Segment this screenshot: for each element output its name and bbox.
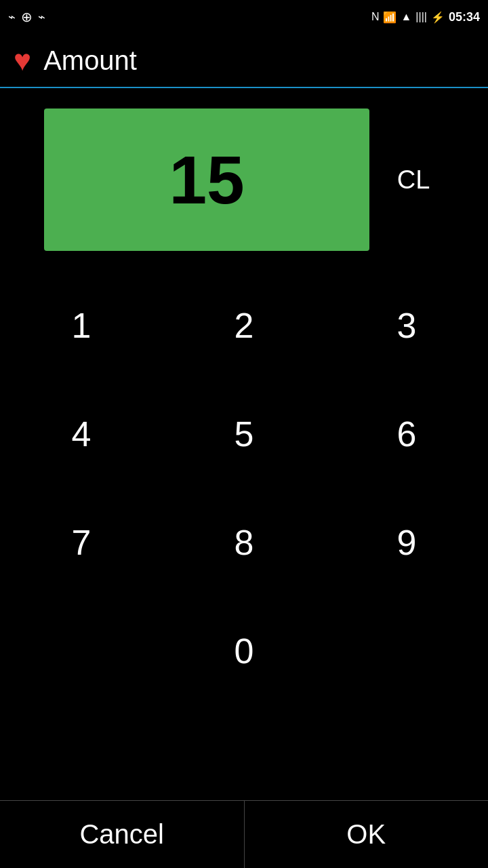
key-1[interactable]: 1 (0, 271, 163, 380)
key-6[interactable]: 6 (325, 380, 488, 488)
android-icon: ⊕ (21, 9, 33, 25)
key-7[interactable]: 7 (0, 488, 163, 597)
key-5[interactable]: 5 (163, 380, 325, 488)
clear-button[interactable]: CL (383, 159, 444, 201)
key-3[interactable]: 3 (325, 271, 488, 380)
display-value: 15 (169, 146, 244, 214)
ok-button[interactable]: OK (245, 801, 489, 868)
status-right: N 📶 ▲ |||| ⚡ 05:34 (371, 10, 480, 24)
battery-icon: ⚡ (431, 11, 445, 24)
key-4[interactable]: 4 (0, 380, 163, 488)
numpad-row-4: 0 (0, 597, 488, 705)
display-row: 15 CL (0, 88, 488, 264)
numpad: 1 2 3 4 5 6 7 8 9 0 (0, 264, 488, 868)
numpad-row-2: 4 5 6 (0, 380, 488, 488)
usb-icon-1: ⌁ (8, 9, 16, 24)
heart-icon: ♥ (14, 45, 31, 75)
bottom-bar: Cancel OK (0, 800, 488, 868)
key-2[interactable]: 2 (163, 271, 325, 380)
numpad-row-3: 7 8 9 (0, 488, 488, 597)
key-0[interactable]: 0 (163, 597, 325, 705)
wifi-icon: ▲ (401, 11, 411, 23)
display-box: 15 (44, 108, 369, 251)
signal-icon: 📶 (383, 11, 396, 24)
app-title: Amount (43, 45, 137, 76)
cancel-button[interactable]: Cancel (0, 801, 244, 868)
key-9[interactable]: 9 (325, 488, 488, 597)
app-bar: ♥ Amount (0, 34, 488, 88)
main-content: 15 CL 1 2 3 4 5 6 7 8 9 0 (0, 88, 488, 868)
clock: 05:34 (449, 10, 480, 24)
usb-icon-2: ⌁ (38, 9, 45, 24)
numpad-row-1: 1 2 3 (0, 271, 488, 380)
status-left: ⌁ ⊕ ⌁ (8, 9, 45, 25)
key-8[interactable]: 8 (163, 488, 325, 597)
bars-icon: |||| (415, 11, 427, 23)
status-bar: ⌁ ⊕ ⌁ N 📶 ▲ |||| ⚡ 05:34 (0, 0, 488, 34)
nfc-icon: N (371, 11, 380, 23)
